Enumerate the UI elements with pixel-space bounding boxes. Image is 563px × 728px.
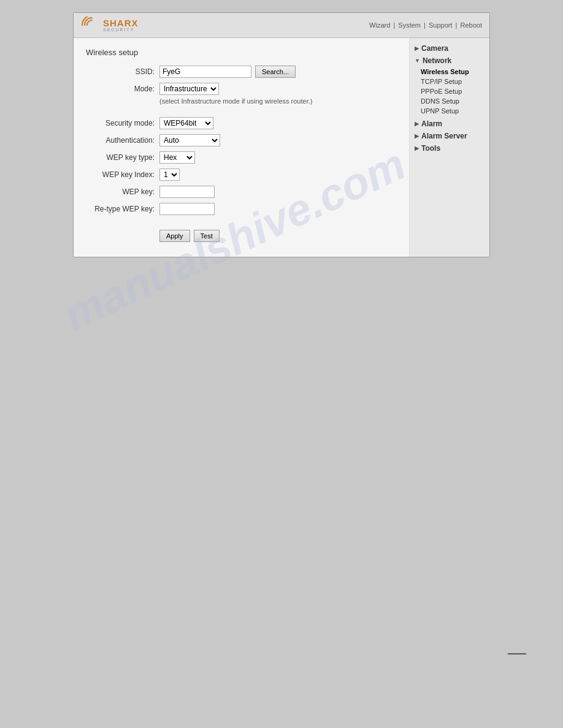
sidebar-item-pppoe-setup[interactable]: PPPoE Setup (421, 86, 484, 96)
nav-system[interactable]: System (398, 21, 421, 29)
browser-window: Sharx Security Wizard | System | Support… (73, 12, 490, 257)
auth-control: Auto Open System Shared Key (159, 134, 220, 146)
auth-row: Authentication: Auto Open System Shared … (86, 134, 397, 146)
sidebar-section-alarm-server: Alarm Server (415, 132, 484, 140)
wep-key-type-label: WEP key type: (86, 153, 159, 162)
test-button[interactable]: Test (194, 230, 220, 242)
mode-hint: (select Infrastructure mode if using wir… (86, 97, 397, 105)
security-mode-row: Security mode: Disable WEP64bit WEP128bi… (86, 117, 397, 129)
top-nav: Wizard | System | Support | Reboot (369, 21, 482, 29)
ssid-row: SSID: Search... (86, 66, 397, 78)
retype-wep-key-input[interactable] (159, 203, 215, 215)
network-arrow-icon (415, 58, 420, 64)
ssid-label: SSID: (86, 67, 159, 76)
sidebar-camera-header[interactable]: Camera (415, 44, 484, 53)
mode-label: Mode: (86, 85, 159, 93)
camera-arrow-icon (415, 45, 419, 51)
wep-key-type-select[interactable]: Hex ASCII (159, 151, 195, 164)
sidebar-section-camera: Camera (415, 44, 484, 53)
bottom-line-decoration (508, 653, 526, 654)
wep-key-type-row: WEP key type: Hex ASCII (86, 151, 397, 164)
nav-wizard[interactable]: Wizard (369, 21, 390, 29)
sidebar-tools-header[interactable]: Tools (415, 144, 484, 153)
wep-key-type-control: Hex ASCII (159, 151, 195, 164)
apply-button[interactable]: Apply (159, 230, 190, 242)
wep-key-input[interactable] (159, 186, 215, 198)
wep-key-index-row: WEP key Index: 1 2 3 4 (86, 169, 397, 181)
page-wrapper: manualshive.com Sharx Security (0, 0, 563, 728)
ssid-control: Search... (159, 66, 296, 78)
nav-support[interactable]: Support (429, 21, 453, 29)
wep-key-index-select[interactable]: 1 2 3 4 (159, 169, 180, 181)
retype-wep-key-control (159, 203, 215, 215)
action-buttons-row: Apply Test (86, 230, 397, 242)
wep-key-label: WEP key: (86, 188, 159, 196)
retype-wep-key-row: Re-type WEP key: (86, 203, 397, 215)
sidebar-section-alarm: Alarm (415, 119, 484, 128)
auth-label: Authentication: (86, 136, 159, 145)
sidebar-item-wireless-setup[interactable]: Wireless Setup (421, 67, 484, 77)
mode-select[interactable]: Infrastructure Ad-hoc (159, 83, 219, 95)
sidebar-item-upnp-setup[interactable]: UPNP Setup (421, 106, 484, 116)
logo-icon (81, 17, 103, 34)
ssid-input[interactable] (159, 66, 251, 78)
logo-brand: Sharx (103, 18, 139, 28)
logo-text: Sharx Security (103, 18, 139, 32)
sidebar-section-network: Network Wireless Setup TCP/IP Setup PPPo… (415, 56, 484, 116)
wep-key-row: WEP key: (86, 186, 397, 198)
sidebar-alarm-server-header[interactable]: Alarm Server (415, 132, 484, 140)
right-sidebar: Camera Network Wireless Setup TCP/IP Set… (410, 38, 489, 257)
sidebar-network-header[interactable]: Network (415, 56, 484, 65)
wep-key-control (159, 186, 215, 198)
sidebar-alarm-server-label: Alarm Server (421, 132, 467, 140)
action-buttons: Apply Test (159, 230, 220, 242)
alarm-arrow-icon (415, 121, 419, 127)
sidebar-tools-label: Tools (421, 144, 440, 153)
auth-select[interactable]: Auto Open System Shared Key (159, 134, 220, 146)
network-sub-items: Wireless Setup TCP/IP Setup PPPoE Setup … (415, 67, 484, 116)
sidebar-alarm-header[interactable]: Alarm (415, 119, 484, 128)
security-mode-label: Security mode: (86, 119, 159, 127)
sidebar-network-label: Network (423, 56, 451, 65)
mode-control: Infrastructure Ad-hoc (159, 83, 219, 95)
sidebar-section-tools: Tools (415, 144, 484, 153)
retype-wep-key-label: Re-type WEP key: (86, 205, 159, 213)
nav-reboot[interactable]: Reboot (461, 21, 482, 29)
sidebar-alarm-label: Alarm (421, 119, 442, 128)
search-button[interactable]: Search... (255, 66, 296, 78)
security-mode-select[interactable]: Disable WEP64bit WEP128bit WPA-PSK WPA2-… (159, 117, 213, 129)
tools-arrow-icon (415, 145, 419, 151)
wep-key-index-control: 1 2 3 4 (159, 169, 180, 181)
security-mode-control: Disable WEP64bit WEP128bit WPA-PSK WPA2-… (159, 117, 213, 129)
panel-title: Wireless setup (86, 48, 397, 57)
alarm-server-arrow-icon (415, 133, 419, 139)
main-content: Wireless setup SSID: Search... Mode: Inf… (74, 38, 489, 257)
sidebar-camera-label: Camera (421, 44, 448, 53)
mode-row: Mode: Infrastructure Ad-hoc (86, 83, 397, 95)
logo-sub: Security (103, 28, 139, 32)
logo-area: Sharx Security (81, 17, 139, 34)
left-panel: Wireless setup SSID: Search... Mode: Inf… (74, 38, 410, 257)
sidebar-item-tcpip-setup[interactable]: TCP/IP Setup (421, 77, 484, 86)
top-bar: Sharx Security Wizard | System | Support… (74, 13, 489, 38)
wep-key-index-label: WEP key Index: (86, 170, 159, 179)
sidebar-item-ddns-setup[interactable]: DDNS Setup (421, 96, 484, 106)
